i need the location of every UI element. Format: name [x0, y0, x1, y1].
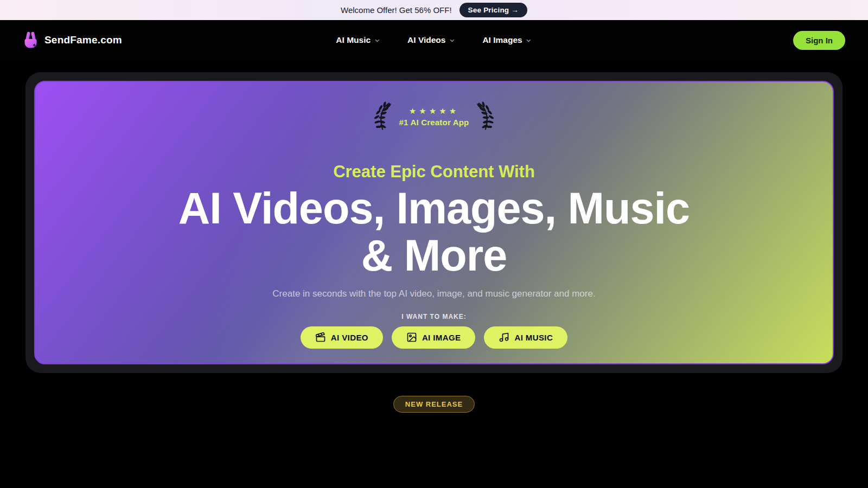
nav-item-ai-music[interactable]: AI Music [336, 35, 380, 45]
ai-music-button[interactable]: AI MUSIC [484, 326, 567, 349]
chevron-down-icon [526, 37, 532, 44]
ai-image-button[interactable]: AI IMAGE [392, 326, 476, 349]
cta-button-label: AI IMAGE [422, 333, 461, 342]
cta-button-label: AI VIDEO [331, 333, 368, 342]
headline-line-1: AI Videos, Images, Music [178, 185, 690, 232]
image-icon [406, 332, 417, 343]
brand-name: SendFame.com [44, 34, 122, 46]
five-stars: ★★★★★ [399, 106, 469, 116]
new-release-badge: NEW RELEASE [393, 396, 475, 413]
brand-logo[interactable]: SendFame.com [23, 31, 122, 50]
nav-item-label: AI Videos [407, 35, 445, 45]
hero-container: ★★★★★ #1 AI Creator App Create Epic Cont… [25, 72, 843, 373]
clapperboard-icon [315, 332, 326, 343]
ai-video-button[interactable]: AI VIDEO [301, 326, 383, 349]
new-release-section: NEW RELEASE [0, 396, 868, 413]
chevron-down-icon [374, 37, 380, 44]
hero-kicker: Create Epic Content With [333, 162, 535, 182]
music-note-icon [499, 332, 509, 343]
headline-line-2: & More [178, 232, 690, 279]
nav-item-ai-images[interactable]: AI Images [482, 35, 532, 45]
laurel-right-icon [474, 101, 494, 132]
peace-hand-icon [23, 31, 39, 50]
badge-label: #1 AI Creator App [399, 118, 469, 127]
nav-item-label: AI Images [482, 35, 522, 45]
hero-card: ★★★★★ #1 AI Creator App Create Epic Cont… [34, 81, 834, 364]
cta-button-row: AI VIDEO AI IMAGE AI MUSIC [301, 326, 567, 349]
navbar: SendFame.com AI Music AI Videos AI Image… [0, 20, 868, 60]
cta-label: I WANT TO MAKE: [401, 313, 466, 320]
chevron-down-icon [449, 37, 455, 44]
offer-text: Welcome Offer! Get 56% OFF! [341, 5, 452, 15]
hero-subtitle: Create in seconds with the top AI video,… [272, 288, 595, 299]
offer-banner: Welcome Offer! Get 56% OFF! See Pricing … [0, 0, 868, 20]
cta-button-label: AI MUSIC [514, 333, 553, 342]
see-pricing-button[interactable]: See Pricing → [459, 3, 527, 17]
nav-item-ai-videos[interactable]: AI Videos [407, 35, 455, 45]
nav-menu: AI Music AI Videos AI Images [336, 35, 532, 45]
hero-headline: AI Videos, Images, Music & More [178, 185, 690, 280]
nav-item-label: AI Music [336, 35, 371, 45]
top-rated-badge: ★★★★★ #1 AI Creator App [374, 101, 494, 132]
badge-content: ★★★★★ #1 AI Creator App [396, 106, 473, 127]
sign-in-button[interactable]: Sign In [793, 31, 845, 50]
laurel-left-icon [374, 101, 394, 132]
